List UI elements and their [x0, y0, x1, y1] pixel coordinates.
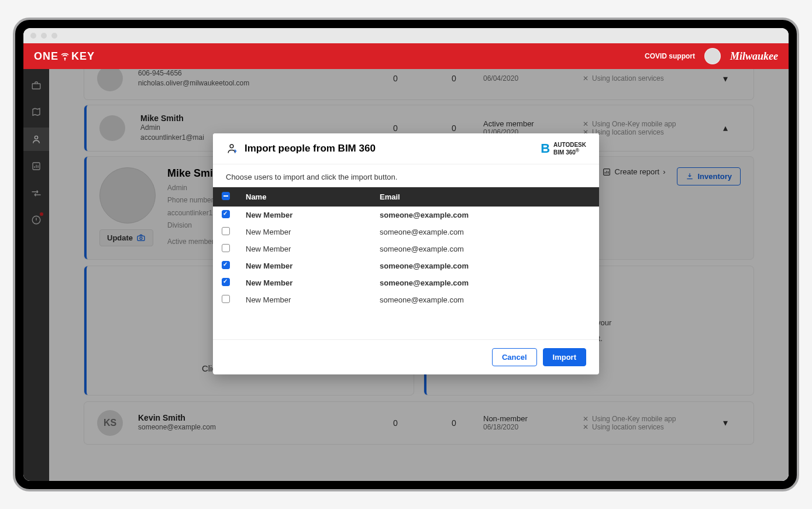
brand-logo[interactable]: ONE KEY	[34, 50, 95, 63]
import-row[interactable]: New Membersomeone@example.com	[213, 223, 599, 240]
autodesk-label: AUTODESK	[553, 142, 586, 148]
row-email: someone@example.com	[373, 240, 599, 257]
row-name: New Member	[239, 207, 373, 223]
svg-point-10	[230, 145, 233, 148]
header-right: COVID support Milwaukee	[645, 48, 778, 64]
bim360-logo: B AUTODESK BIM 360®	[541, 142, 586, 156]
traffic-light-zoom[interactable]	[51, 33, 57, 39]
row-email: someone@example.com	[373, 274, 599, 291]
screen: ONE KEY COVID support Milwaukee	[23, 28, 789, 481]
import-button[interactable]: Import	[543, 348, 586, 366]
import-row[interactable]: New Membersomeone@example.com	[213, 291, 599, 308]
modal-subtitle: Choose users to import and click the imp…	[213, 164, 599, 187]
import-table: Name Email New Membersomeone@example.com…	[213, 187, 599, 308]
bim360-label: BIM 360	[553, 149, 576, 156]
modal-body: Name Email New Membersomeone@example.com…	[213, 187, 599, 339]
row-checkbox[interactable]	[222, 244, 230, 252]
import-row[interactable]: New Membersomeone@example.com	[213, 274, 599, 291]
row-checkbox[interactable]	[222, 227, 230, 235]
traffic-light-close[interactable]	[30, 33, 36, 39]
row-checkbox[interactable]	[222, 278, 230, 286]
row-checkbox[interactable]	[222, 261, 230, 269]
row-name: New Member	[239, 257, 373, 274]
row-name: New Member	[239, 223, 373, 240]
brand-left: ONE	[34, 50, 59, 63]
person-import-icon	[226, 143, 238, 154]
milwaukee-logo: Milwaukee	[730, 50, 778, 63]
modal-title: Import people from BIM 360	[245, 143, 376, 154]
row-name: New Member	[239, 291, 373, 308]
import-row[interactable]: New Membersomeone@example.com	[213, 240, 599, 257]
workspace: 606-945-4656 nicholas.oliver@milwaukeeto…	[23, 69, 789, 481]
select-all-checkbox[interactable]	[222, 192, 230, 200]
covid-support-link[interactable]: COVID support	[645, 52, 695, 60]
import-row[interactable]: New Membersomeone@example.com	[213, 207, 599, 223]
device-frame: ONE KEY COVID support Milwaukee	[13, 18, 799, 491]
row-checkbox[interactable]	[222, 210, 230, 218]
app-header: ONE KEY COVID support Milwaukee	[23, 43, 789, 69]
col-email: Email	[373, 187, 599, 207]
row-email: someone@example.com	[373, 257, 599, 274]
row-email: someone@example.com	[373, 291, 599, 308]
row-name: New Member	[239, 240, 373, 257]
cancel-button[interactable]: Cancel	[492, 348, 537, 366]
svg-rect-1	[64, 59, 66, 61]
import-people-modal: Import people from BIM 360 B AUTODESK BI…	[213, 133, 599, 374]
wifi-key-icon	[60, 51, 70, 61]
import-row[interactable]: New Membersomeone@example.com	[213, 257, 599, 274]
modal-footer: Cancel Import	[213, 339, 599, 374]
traffic-light-minimize[interactable]	[41, 33, 47, 39]
row-checkbox[interactable]	[222, 295, 230, 303]
user-avatar[interactable]	[704, 48, 721, 64]
modal-header: Import people from BIM 360 B AUTODESK BI…	[213, 133, 599, 164]
browser-titlebar	[23, 28, 789, 43]
row-email: someone@example.com	[373, 207, 599, 223]
row-name: New Member	[239, 274, 373, 291]
brand-right: KEY	[71, 50, 95, 63]
col-name: Name	[239, 187, 373, 207]
row-email: someone@example.com	[373, 223, 599, 240]
